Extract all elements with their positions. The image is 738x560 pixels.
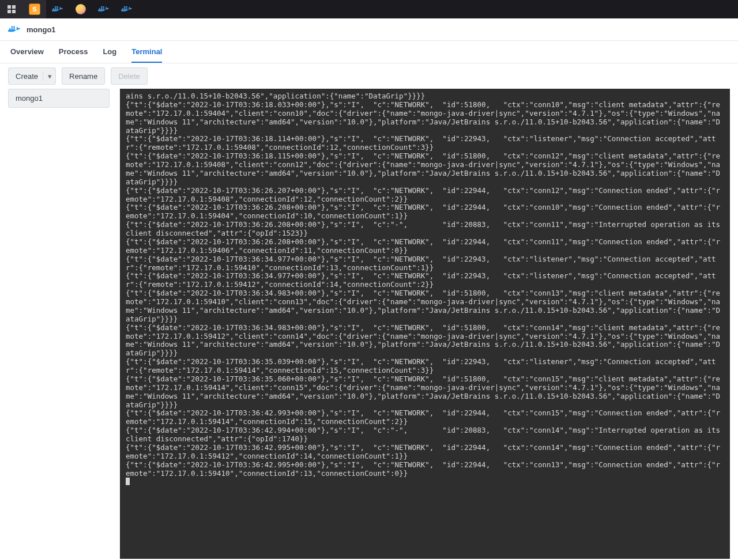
rename-button-label: Rename xyxy=(69,72,97,81)
svg-rect-8 xyxy=(101,6,103,8)
svg-rect-4 xyxy=(57,6,58,8)
docker-icon xyxy=(8,25,21,34)
create-button[interactable]: Create ▾ xyxy=(8,67,56,85)
body: mongo1 ains s.r.o./11.0.15+10-b2043.56",… xyxy=(0,89,738,560)
svg-rect-16 xyxy=(12,28,13,30)
svg-rect-15 xyxy=(9,28,11,30)
svg-rect-14 xyxy=(126,6,127,8)
svg-rect-1 xyxy=(55,8,57,10)
svg-rect-9 xyxy=(103,6,104,8)
taskbar-app-docker-1[interactable] xyxy=(46,0,69,18)
tab-overview[interactable]: Overview xyxy=(10,41,44,63)
tab-log[interactable]: Log xyxy=(103,41,116,63)
svg-rect-7 xyxy=(103,8,104,10)
svg-rect-17 xyxy=(13,28,15,30)
taskbar-app-sublime[interactable]: S xyxy=(23,0,46,18)
chevron-down-icon[interactable]: ▾ xyxy=(43,72,52,81)
svg-rect-6 xyxy=(101,8,103,10)
rename-button[interactable]: Rename xyxy=(62,67,105,85)
svg-rect-18 xyxy=(12,27,13,28)
session-item[interactable]: mongo1 xyxy=(8,89,110,108)
taskbar-app-docker-3[interactable] xyxy=(115,0,138,18)
svg-rect-13 xyxy=(124,6,126,8)
container-page: mongo1 Overview Process Log Terminal Cre… xyxy=(0,18,738,560)
svg-rect-0 xyxy=(53,8,55,10)
svg-rect-2 xyxy=(57,8,58,10)
svg-rect-12 xyxy=(126,8,127,10)
create-button-label: Create xyxy=(16,72,38,81)
sessions-sidebar: mongo1 xyxy=(8,89,110,552)
svg-rect-11 xyxy=(124,8,126,10)
os-taskstrip: S xyxy=(0,0,738,18)
terminal-output[interactable]: ains s.r.o./11.0.15+10-b2043.56","applic… xyxy=(120,89,730,559)
tab-terminal[interactable]: Terminal xyxy=(131,41,162,63)
svg-rect-3 xyxy=(55,6,57,8)
tabs: Overview Process Log Terminal xyxy=(0,41,738,63)
svg-rect-5 xyxy=(99,8,101,10)
delete-button-label: Delete xyxy=(118,72,140,81)
toolbar: Create ▾ Rename Delete xyxy=(0,63,738,89)
taskbar-app-docker-2[interactable] xyxy=(92,0,115,18)
svg-rect-19 xyxy=(13,27,15,28)
taskbar-apps-icon[interactable] xyxy=(0,0,23,18)
session-item-label: mongo1 xyxy=(16,94,43,103)
taskbar-app-browser[interactable] xyxy=(69,0,92,18)
titlebar: mongo1 xyxy=(0,18,738,41)
tab-process[interactable]: Process xyxy=(59,41,88,63)
terminal-panel: ains s.r.o./11.0.15+10-b2043.56","applic… xyxy=(120,89,730,552)
container-title: mongo1 xyxy=(27,25,56,34)
svg-rect-10 xyxy=(122,8,124,10)
delete-button: Delete xyxy=(111,67,148,85)
